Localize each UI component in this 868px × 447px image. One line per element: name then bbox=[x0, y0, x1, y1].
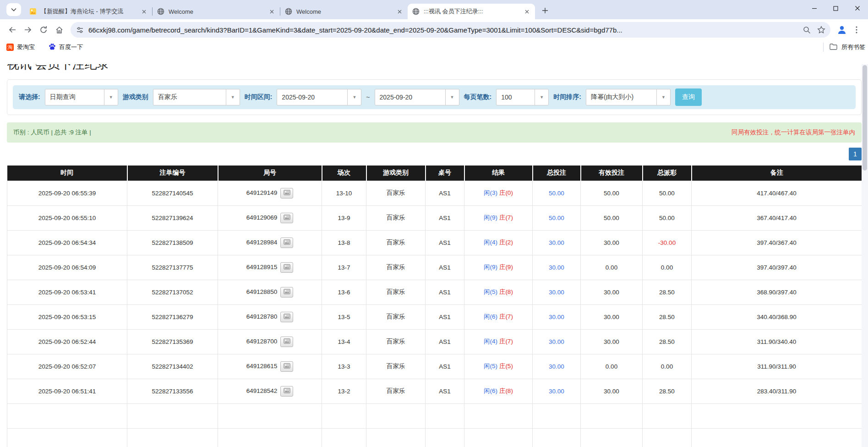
video-replay-button[interactable] bbox=[280, 386, 293, 397]
new-tab-button[interactable] bbox=[539, 4, 551, 17]
video-replay-button[interactable] bbox=[280, 213, 293, 223]
round-number-cell: 649128615 bbox=[218, 354, 322, 379]
page-1-button[interactable]: 1 bbox=[849, 148, 862, 160]
total-bet-link[interactable]: 50.00 bbox=[549, 190, 564, 197]
result-cell: 闲(5) 庄(5) bbox=[464, 354, 533, 379]
minimize-button[interactable] bbox=[803, 0, 825, 17]
total-bet-link[interactable]: 30.00 bbox=[549, 388, 564, 395]
site-settings-icon[interactable] bbox=[76, 26, 84, 34]
note-cell: 311.90/340.40 bbox=[692, 329, 862, 354]
profile-avatar-icon[interactable] bbox=[834, 22, 850, 38]
table-header-row: 时间注单编号局号场次游戏类别桌号结果总投注有效投注总派彩备注 bbox=[7, 166, 862, 181]
total-bet-link[interactable]: 30.00 bbox=[549, 264, 564, 271]
search-button[interactable]: 查询 bbox=[675, 88, 702, 106]
browser-tab-4[interactable]: :::视讯 会员下注纪录::: bbox=[408, 4, 535, 19]
sort-label: 时间排序: bbox=[553, 93, 581, 101]
game-type-cell: 百家乐 bbox=[366, 354, 426, 379]
note-cell: 397.40/367.40 bbox=[692, 230, 862, 255]
total-bet-link[interactable]: 30.00 bbox=[549, 289, 564, 296]
footer-empty-cell bbox=[426, 428, 464, 447]
tab-search-chevron-icon[interactable] bbox=[6, 3, 21, 16]
tab-close-icon[interactable] bbox=[140, 8, 147, 15]
table-number-cell: AS1 bbox=[426, 205, 464, 230]
bet-number-cell: 522827133556 bbox=[127, 379, 218, 403]
date-end-value: 2025-09-20 bbox=[375, 94, 445, 101]
reload-icon[interactable] bbox=[36, 22, 51, 38]
footer-empty-cell bbox=[464, 428, 533, 447]
browser-tab-2[interactable]: Welcome bbox=[153, 4, 280, 19]
filter-panel-container: 请选择: 日期查询 ▼ 游戏类别 百家乐 ▼ 时间区间: 2025-09-20 … bbox=[7, 79, 862, 115]
forward-icon[interactable] bbox=[20, 22, 36, 38]
column-header-5: 桌号 bbox=[426, 166, 464, 181]
video-replay-button[interactable] bbox=[280, 237, 293, 248]
session-cell: 13-10 bbox=[322, 181, 366, 205]
bookmark-star-icon[interactable] bbox=[815, 23, 828, 36]
per-page-select[interactable]: 100 ▼ bbox=[496, 89, 549, 105]
date-end-select[interactable]: 2025-09-20 ▼ bbox=[375, 89, 459, 105]
same-round-notice-text: 同局有效投注，统一计算在该局第一张注单内 bbox=[732, 128, 855, 137]
column-header-10: 备注 bbox=[692, 166, 862, 181]
per-page-label: 每页笔数: bbox=[464, 93, 492, 101]
table-number-cell: AS1 bbox=[426, 304, 464, 329]
address-bar[interactable]: 66cxkj98.com/game/betrecord_search/kind3… bbox=[71, 22, 830, 38]
image-favicon-icon bbox=[29, 8, 37, 15]
per-page-value: 100 bbox=[497, 94, 535, 101]
valid-bet-cell: 30.00 bbox=[581, 280, 643, 304]
total-bet-link[interactable]: 30.00 bbox=[549, 338, 564, 345]
globe-icon bbox=[285, 8, 292, 15]
media-icon bbox=[284, 239, 290, 246]
bookmark-taobao[interactable]: 淘 爱淘宝 bbox=[6, 43, 35, 51]
video-replay-button[interactable] bbox=[280, 262, 293, 273]
browser-tab-3[interactable]: Welcome bbox=[280, 4, 408, 19]
valid-bet-cell: 30.00 bbox=[581, 329, 643, 354]
back-icon[interactable] bbox=[5, 22, 20, 38]
footer-valid-bet: 250.00 bbox=[581, 403, 643, 428]
globe-icon bbox=[157, 8, 164, 15]
tab-close-icon[interactable] bbox=[523, 8, 530, 15]
session-cell: 13-8 bbox=[322, 230, 366, 255]
tab-close-icon[interactable] bbox=[396, 8, 403, 15]
zoom-icon[interactable] bbox=[800, 23, 813, 36]
result-banker: 庄(2) bbox=[499, 239, 513, 246]
video-replay-button[interactable] bbox=[280, 361, 293, 372]
query-type-label: 请选择: bbox=[19, 93, 40, 101]
total-bet-link[interactable]: 30.00 bbox=[549, 314, 564, 320]
close-window-button[interactable] bbox=[846, 0, 868, 17]
valid-bet-cell: 30.00 bbox=[581, 379, 643, 403]
bookmarks-bar: 淘 爱淘宝 百度一下 所有书签 bbox=[0, 40, 868, 54]
game-kind-select[interactable]: 百家乐 ▼ bbox=[153, 89, 240, 105]
media-icon bbox=[284, 338, 290, 345]
tab-close-icon[interactable] bbox=[268, 8, 275, 15]
total-bet-cell: 50.00 bbox=[533, 181, 581, 205]
video-replay-button[interactable] bbox=[280, 188, 293, 199]
scrollbar-thumb[interactable] bbox=[863, 65, 867, 171]
bookmark-label: 爱淘宝 bbox=[17, 43, 35, 51]
time-cell: 2025-09-20 06:52:07 bbox=[7, 354, 127, 379]
total-bet-cell: 30.00 bbox=[533, 230, 581, 255]
all-bookmarks[interactable]: 所有书签 bbox=[823, 43, 868, 52]
browser-tab-1[interactable]: 【新提醒】海燕论坛 - 博学交流 bbox=[25, 4, 152, 19]
total-bet-link[interactable]: 30.00 bbox=[549, 239, 564, 246]
date-start-select[interactable]: 2025-09-20 ▼ bbox=[277, 89, 361, 105]
browser-menu-icon[interactable] bbox=[850, 22, 863, 38]
video-replay-button[interactable] bbox=[280, 337, 293, 347]
query-type-select[interactable]: 日期查询 ▼ bbox=[45, 89, 118, 105]
footer-empty-cell bbox=[692, 403, 862, 428]
bet-number-cell: 522827137775 bbox=[127, 255, 218, 280]
bookmark-baidu[interactable]: 百度一下 bbox=[49, 43, 83, 52]
sort-select[interactable]: 降幂(由大到小) ▼ bbox=[586, 89, 671, 105]
page-scrollbar[interactable] bbox=[862, 64, 868, 447]
game-kind-value: 百家乐 bbox=[153, 93, 226, 101]
total-bet-link[interactable]: 50.00 bbox=[549, 215, 564, 221]
game-type-cell: 百家乐 bbox=[366, 379, 426, 403]
home-icon[interactable] bbox=[51, 22, 67, 38]
round-number-cell: 649128542 bbox=[218, 379, 322, 403]
url-text[interactable]: 66cxkj98.com/game/betrecord_search/kind3… bbox=[88, 26, 800, 34]
video-replay-button[interactable] bbox=[280, 312, 293, 322]
round-number: 649128984 bbox=[246, 239, 278, 246]
column-header-1: 注单编号 bbox=[127, 166, 218, 181]
video-replay-button[interactable] bbox=[280, 287, 293, 298]
total-bet-link[interactable]: 30.00 bbox=[549, 363, 564, 370]
maximize-button[interactable] bbox=[825, 0, 846, 17]
result-banker: 庄(7) bbox=[499, 214, 513, 221]
